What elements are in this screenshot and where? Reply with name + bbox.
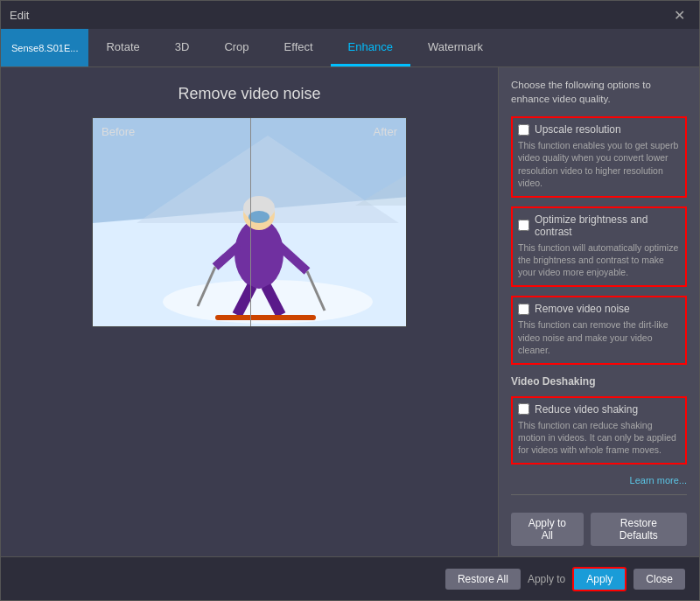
noise-row: Remove video noise: [518, 303, 680, 315]
bottom-bar: Restore All Apply to Apply Close: [1, 556, 699, 600]
preview-container: Before After: [92, 117, 407, 327]
tab-watermark[interactable]: Watermark: [410, 29, 500, 66]
shaking-row: Reduce video shaking: [518, 403, 680, 416]
learn-more-link[interactable]: Learn more...: [511, 475, 687, 486]
divider: [511, 494, 687, 495]
title-bar-left: Edit: [10, 9, 29, 22]
before-label: Before: [102, 125, 135, 138]
preview-divider: [250, 118, 251, 326]
tab-enhance[interactable]: Enhance: [331, 29, 410, 66]
tab-effect[interactable]: Effect: [267, 29, 331, 66]
right-panel: Choose the following options to enhance …: [498, 67, 699, 556]
brightness-label: Optimize brightness and contrast: [535, 213, 680, 238]
close-button[interactable]: Close: [634, 569, 685, 590]
shaking-label: Reduce video shaking: [535, 403, 638, 416]
brightness-section: Optimize brightness and contrast This fu…: [511, 206, 687, 288]
tabs-bar: Sense8.S01E... Rotate 3D Crop Effect Enh…: [1, 29, 699, 67]
noise-label: Remove video noise: [535, 303, 630, 315]
file-tab[interactable]: Sense8.S01E...: [1, 29, 88, 66]
panel-intro: Choose the following options to enhance …: [511, 78, 687, 106]
upscale-section: Upscale resolution This function enables…: [511, 116, 687, 198]
upscale-label: Upscale resolution: [535, 123, 621, 136]
main-content: Remove video noise Before After: [1, 67, 699, 556]
close-window-button[interactable]: ✕: [668, 5, 690, 25]
deshaking-header: Video Deshaking: [511, 375, 687, 388]
shaking-checkbox[interactable]: [518, 403, 529, 415]
upscale-desc: This function enables you to get superb …: [518, 139, 680, 189]
after-label: After: [374, 125, 397, 138]
svg-rect-16: [215, 315, 268, 320]
brightness-desc: This function will automatically optimiz…: [518, 241, 680, 279]
shaking-section: Reduce video shaking This function can r…: [511, 396, 687, 465]
brightness-checkbox[interactable]: [518, 220, 529, 231]
svg-point-9: [248, 211, 270, 223]
restore-all-button[interactable]: Restore All: [445, 569, 521, 590]
apply-button[interactable]: Apply: [572, 567, 626, 591]
brightness-row: Optimize brightness and contrast: [518, 213, 680, 238]
tab-rotate[interactable]: Rotate: [88, 29, 157, 66]
apply-to-all-button[interactable]: Apply to All: [511, 513, 584, 546]
noise-desc: This function can remove the dirt-like v…: [518, 318, 680, 356]
upscale-row: Upscale resolution: [518, 123, 680, 136]
left-panel: Remove video noise Before After: [1, 67, 498, 556]
tab-crop[interactable]: Crop: [206, 29, 266, 66]
preview-title: Remove video noise: [178, 85, 320, 103]
edit-window: Edit ✕ Sense8.S01E... Rotate 3D Crop Eff…: [0, 0, 700, 601]
noise-checkbox[interactable]: [518, 304, 529, 315]
noise-section: Remove video noise This function can rem…: [511, 296, 687, 365]
svg-rect-17: [263, 315, 316, 320]
title-bar: Edit ✕: [1, 1, 699, 29]
window-title: Edit: [10, 9, 29, 22]
shaking-desc: This function can reduce shaking motion …: [518, 419, 680, 457]
upscale-checkbox[interactable]: [518, 124, 529, 136]
right-panel-bottom-buttons: Apply to All Restore Defaults: [511, 506, 687, 546]
restore-defaults-button[interactable]: Restore Defaults: [591, 513, 687, 546]
apply-to-label: Apply to: [528, 573, 565, 585]
tab-3d[interactable]: 3D: [158, 29, 207, 66]
